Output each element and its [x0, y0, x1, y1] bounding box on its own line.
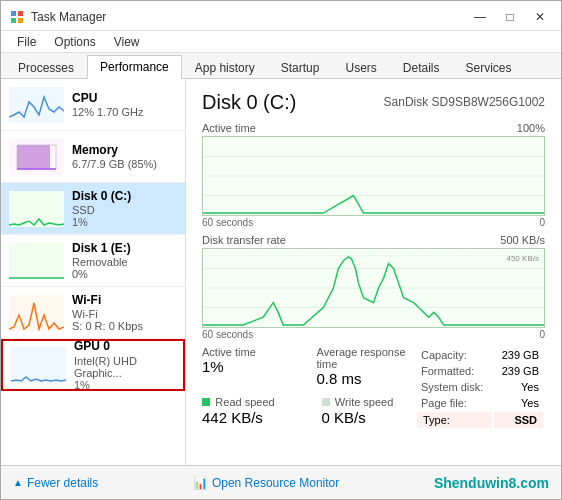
svg-rect-4 [9, 87, 64, 123]
disk0-info: Disk 0 (C:) SSD 1% [72, 189, 177, 229]
capacity-value: 239 GB [494, 348, 543, 362]
disk1-info: Disk 1 (E:) Removable 0% [72, 241, 177, 281]
svg-rect-2 [11, 18, 16, 23]
title-bar: Task Manager — □ ✕ [1, 1, 561, 31]
gpu0-sub: Intel(R) UHD Graphic... [74, 355, 175, 379]
svg-rect-13 [11, 347, 66, 383]
tabs-bar: Processes Performance App history Startu… [1, 53, 561, 79]
system-disk-label: System disk: [417, 380, 492, 394]
memory-sub: 6.7/7.9 GB (85%) [72, 158, 177, 170]
stat-avg-response-value: 0.8 ms [317, 370, 416, 387]
chart1-time-right: 0 [539, 217, 545, 228]
disk1-sub: Removable [72, 256, 177, 268]
stat-active-time-label: Active time [202, 346, 301, 358]
gpu0-info: GPU 0 Intel(R) UHD Graphic... 1% [74, 339, 175, 391]
cpu-sub: 12% 1.70 GHz [72, 106, 177, 118]
window-title: Task Manager [31, 10, 106, 24]
info-row-formatted: Formatted: 239 GB [417, 364, 543, 378]
maximize-button[interactable]: □ [497, 8, 523, 26]
memory-chart [9, 139, 64, 175]
sidebar: CPU 12% 1.70 GHz Memory 6.7/7.9 GB (85%) [1, 79, 186, 465]
system-disk-value: Yes [494, 380, 543, 394]
task-manager-window: Task Manager — □ ✕ File Options View Pro… [0, 0, 562, 500]
chart1-label-left: Active time [202, 122, 256, 134]
sidebar-item-wifi[interactable]: Wi-Fi Wi-Fi S: 0 R: 0 Kbps [1, 287, 185, 339]
tab-services[interactable]: Services [453, 56, 525, 79]
cpu-chart [9, 87, 64, 123]
menu-view[interactable]: View [106, 33, 148, 51]
main-content: CPU 12% 1.70 GHz Memory 6.7/7.9 GB (85%) [1, 79, 561, 465]
disk0-chart [9, 191, 64, 227]
type-label: Type: [417, 412, 492, 428]
stat-write-value: 0 KB/s [322, 409, 416, 426]
tab-performance[interactable]: Performance [87, 55, 182, 79]
menu-file[interactable]: File [9, 33, 44, 51]
chart2-label-left: Disk transfer rate [202, 234, 286, 246]
disk0-name: Disk 0 (C:) [72, 189, 177, 205]
menu-options[interactable]: Options [46, 33, 103, 51]
formatted-label: Formatted: [417, 364, 492, 378]
tab-details[interactable]: Details [390, 56, 453, 79]
stats-row: Active time 1% Average response time 0.8… [202, 346, 545, 430]
transfer-rate-chart: 450 KB/s [202, 248, 545, 328]
detail-model: SanDisk SD9SB8W256G1002 [384, 95, 545, 109]
memory-name: Memory [72, 143, 177, 159]
tab-processes[interactable]: Processes [5, 56, 87, 79]
resource-monitor-icon: 📊 [193, 476, 208, 490]
title-bar-controls: — □ ✕ [467, 8, 553, 26]
disk1-chart [9, 243, 64, 279]
fewer-details-link[interactable]: ▲ Fewer details [13, 476, 98, 490]
minimize-button[interactable]: — [467, 8, 493, 26]
active-time-chart-area: Active time 100% 60 seconds [202, 122, 545, 228]
sidebar-item-disk1[interactable]: Disk 1 (E:) Removable 0% [1, 235, 185, 287]
watermark: Shenduwin8.com [434, 475, 549, 491]
chevron-down-icon: ▲ [13, 477, 23, 488]
info-table-content: Capacity: 239 GB Formatted: 239 GB Syste… [415, 346, 545, 430]
sidebar-item-memory[interactable]: Memory 6.7/7.9 GB (85%) [1, 131, 185, 183]
stat-read-label: Read speed [215, 396, 274, 408]
sidebar-item-disk0[interactable]: Disk 0 (C:) SSD 1% [1, 183, 185, 235]
chart1-time: 60 seconds 0 [202, 217, 545, 228]
tab-startup[interactable]: Startup [268, 56, 333, 79]
wifi-chart [9, 295, 64, 331]
info-table: Capacity: 239 GB Formatted: 239 GB Syste… [415, 346, 545, 430]
stats-bottom-row: Read speed 442 KB/s Write speed 0 KB/s [202, 395, 415, 426]
chart2-time-left: 60 seconds [202, 329, 253, 340]
stat-active-time: Active time 1% [202, 346, 301, 387]
tab-users[interactable]: Users [332, 56, 389, 79]
gpu0-name: GPU 0 [74, 339, 175, 355]
chart1-labels: Active time 100% [202, 122, 545, 134]
chart1-label-right: 100% [517, 122, 545, 134]
info-row-capacity: Capacity: 239 GB [417, 348, 543, 362]
close-button[interactable]: ✕ [527, 8, 553, 26]
sidebar-item-gpu0[interactable]: GPU 0 Intel(R) UHD Graphic... 1% [1, 339, 185, 391]
chart1-time-left: 60 seconds [202, 217, 253, 228]
disk1-name: Disk 1 (E:) [72, 241, 177, 257]
svg-rect-3 [18, 18, 23, 23]
sidebar-item-cpu[interactable]: CPU 12% 1.70 GHz [1, 79, 185, 131]
tab-app-history[interactable]: App history [182, 56, 268, 79]
capacity-label: Capacity: [417, 348, 492, 362]
detail-title-block: Disk 0 (C:) [202, 91, 296, 114]
stat-write-speed: Write speed 0 KB/s [322, 395, 416, 426]
disk0-sub: SSD [72, 204, 177, 216]
svg-rect-0 [11, 11, 16, 16]
detail-panel: Disk 0 (C:) SanDisk SD9SB8W256G1002 Acti… [186, 79, 561, 465]
info-row-system-disk: System disk: Yes [417, 380, 543, 394]
memory-info: Memory 6.7/7.9 GB (85%) [72, 143, 177, 171]
svg-rect-1 [18, 11, 23, 16]
transfer-rate-chart-area: Disk transfer rate 500 KB/s 450 KB/s [202, 234, 545, 340]
svg-rect-10 [9, 243, 64, 279]
wifi-pct: S: 0 R: 0 Kbps [72, 320, 177, 332]
gpu0-pct: 1% [74, 379, 175, 391]
wifi-sub: Wi-Fi [72, 308, 177, 320]
chart2-time: 60 seconds 0 [202, 329, 545, 340]
title-bar-left: Task Manager [9, 9, 106, 25]
stats-top-row: Active time 1% Average response time 0.8… [202, 346, 415, 387]
bottom-bar: ▲ Fewer details 📊 Open Resource Monitor … [1, 465, 561, 499]
open-resource-monitor-label: Open Resource Monitor [212, 476, 339, 490]
open-resource-monitor-link[interactable]: 📊 Open Resource Monitor [193, 476, 339, 490]
detail-header: Disk 0 (C:) SanDisk SD9SB8W256G1002 [202, 91, 545, 114]
wifi-name: Wi-Fi [72, 293, 177, 309]
cpu-info: CPU 12% 1.70 GHz [72, 91, 177, 119]
